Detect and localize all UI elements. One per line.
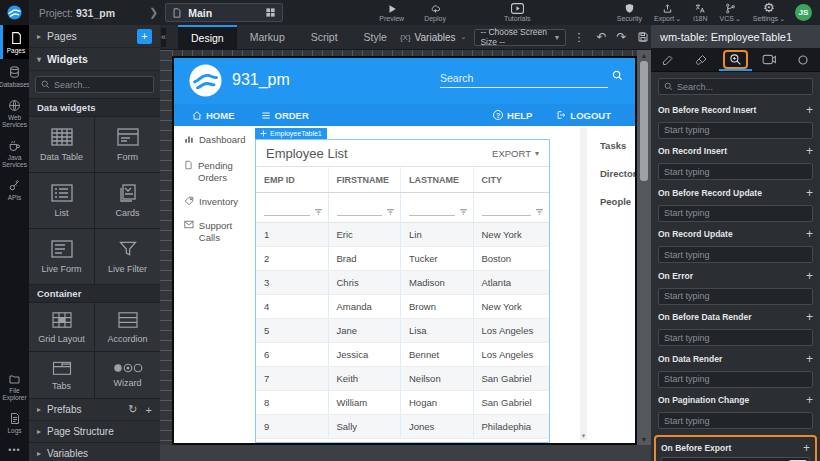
i18n-button[interactable]: i18N bbox=[693, 3, 707, 22]
table-row[interactable]: 8WilliamHoganSan Gabriel bbox=[256, 391, 549, 415]
tab-script[interactable]: Script bbox=[298, 25, 351, 50]
tab-properties[interactable] bbox=[651, 48, 685, 71]
scroll-down-icon[interactable]: ▼ bbox=[641, 434, 648, 445]
tab-styles[interactable] bbox=[685, 48, 719, 71]
pages-section-row[interactable]: ▸ Pages + bbox=[29, 25, 160, 48]
page-tab-main[interactable]: Main bbox=[165, 3, 283, 22]
tab-style[interactable]: Style bbox=[351, 25, 400, 50]
settings-button[interactable]: ⚙ Settings⌄ bbox=[753, 2, 785, 23]
rail-item-java-services[interactable]: Java Services bbox=[0, 133, 29, 173]
undo-button[interactable]: ↶ bbox=[596, 30, 606, 44]
add-handler-icon[interactable]: + bbox=[806, 105, 813, 115]
event-handler-input[interactable] bbox=[658, 205, 813, 222]
column-header[interactable]: EMP ID bbox=[256, 167, 328, 192]
nav-order[interactable]: ORDER bbox=[261, 110, 309, 121]
user-avatar[interactable]: JS bbox=[795, 4, 812, 21]
event-handler-input[interactable] bbox=[658, 163, 813, 180]
employee-table-widget[interactable]: Employee List EXPORT EMP ID FIRSTNAME LA… bbox=[255, 139, 550, 443]
add-handler-icon[interactable]: + bbox=[806, 395, 813, 405]
filter-input[interactable] bbox=[337, 204, 383, 216]
widget-tile-wizard[interactable]: Wizard bbox=[95, 352, 160, 398]
tab-design[interactable]: Design bbox=[178, 25, 237, 50]
table-row[interactable]: 5JaneLisaLos Angeles bbox=[256, 319, 549, 343]
sidebar-item-inventory[interactable]: Inventory bbox=[174, 184, 255, 208]
column-header[interactable]: LASTNAME bbox=[400, 167, 473, 192]
widget-tile-cards[interactable]: Cards bbox=[95, 173, 160, 228]
scrollbar-thumb[interactable] bbox=[640, 61, 648, 181]
app-search-field[interactable] bbox=[440, 68, 608, 88]
filter-icon[interactable] bbox=[386, 208, 395, 216]
widget-tile-live-form[interactable]: Live Form bbox=[29, 229, 94, 284]
add-page-button[interactable]: + bbox=[137, 29, 152, 44]
app-search-input[interactable] bbox=[440, 72, 608, 84]
add-handler-icon[interactable]: + bbox=[806, 188, 813, 198]
filter-icon[interactable] bbox=[314, 208, 323, 216]
scroll-down-icon[interactable]: ▼ bbox=[580, 433, 587, 439]
filter-icon[interactable] bbox=[535, 208, 544, 216]
tab-device[interactable] bbox=[752, 48, 786, 71]
nav-home[interactable]: HOME bbox=[192, 110, 235, 121]
deploy-button[interactable]: Deploy bbox=[424, 3, 446, 22]
column-header[interactable]: CITY bbox=[473, 167, 549, 192]
widget-tile-tabs[interactable]: Tabs bbox=[29, 352, 94, 398]
event-handler-input[interactable] bbox=[658, 246, 813, 263]
widget-tile-data-table[interactable]: Data Table bbox=[29, 117, 94, 172]
tab-events[interactable] bbox=[719, 48, 753, 71]
table-row[interactable]: 2BradTuckerBoston bbox=[256, 247, 549, 271]
rail-item-databases[interactable]: Databases bbox=[0, 59, 29, 93]
event-handler-input[interactable] bbox=[658, 122, 813, 139]
screen-size-select[interactable]: -- Choose Screen Size -- ▼ bbox=[474, 29, 566, 46]
event-handler-input[interactable] bbox=[658, 412, 813, 429]
refresh-icon[interactable]: ↻ bbox=[128, 403, 137, 416]
wavemaker-logo[interactable] bbox=[0, 0, 29, 25]
column-header[interactable]: FIRSTNAME bbox=[328, 167, 401, 192]
vcs-button[interactable]: VCS⌄ bbox=[720, 3, 741, 23]
add-handler-icon[interactable]: + bbox=[806, 229, 813, 239]
export-dropdown-button[interactable]: EXPORT bbox=[492, 148, 539, 159]
filter-input[interactable] bbox=[264, 204, 310, 216]
table-row[interactable]: 4AmandaBrownNew York bbox=[256, 295, 549, 319]
widget-tile-list[interactable]: List bbox=[29, 173, 94, 228]
save-button[interactable] bbox=[637, 31, 649, 43]
scroll-up-icon[interactable]: ▲ bbox=[641, 50, 648, 61]
page-structure-row[interactable]: ▸ Page Structure bbox=[29, 420, 160, 442]
widgets-section-row[interactable]: ▾ Widgets bbox=[29, 48, 160, 71]
variables-row[interactable]: ▸ Variables bbox=[29, 442, 160, 461]
widget-tile-accordion[interactable]: Accordion bbox=[95, 303, 160, 351]
app-logo[interactable] bbox=[188, 63, 223, 98]
prefabs-row[interactable]: ▸ Prefabs ↻ + bbox=[29, 398, 160, 420]
variables-button[interactable]: {X} Variables ⌄ bbox=[400, 32, 467, 43]
collapse-panel-button[interactable]: « bbox=[161, 28, 166, 47]
rail-item-apis[interactable]: APIs bbox=[0, 173, 29, 206]
tab-security[interactable] bbox=[786, 48, 820, 71]
rail-item-web-services[interactable]: Web Services bbox=[0, 93, 29, 133]
link-people[interactable]: People bbox=[600, 196, 635, 207]
properties-search-input[interactable] bbox=[677, 82, 807, 92]
table-row[interactable]: 7KeithNeilsonSan Gabriel bbox=[256, 367, 549, 391]
tutorials-button[interactable]: Tutorials bbox=[504, 3, 531, 22]
preview-button[interactable]: Preview bbox=[379, 4, 404, 22]
canvas-scrollbar[interactable]: ▲ ▼ bbox=[637, 50, 651, 445]
event-handler-input[interactable] bbox=[658, 329, 813, 346]
widget-tile-grid-layout[interactable]: Grid Layout bbox=[29, 303, 94, 351]
add-handler-icon[interactable]: + bbox=[803, 443, 810, 453]
add-handler-icon[interactable]: + bbox=[806, 312, 813, 322]
filter-icon[interactable] bbox=[459, 208, 468, 216]
add-handler-icon[interactable]: + bbox=[806, 271, 813, 281]
page-scrollbar[interactable]: ▼ bbox=[580, 128, 587, 440]
event-handler-input[interactable] bbox=[658, 288, 813, 305]
widget-selection-tag[interactable]: EmployeeTable1 bbox=[255, 128, 327, 139]
tab-markup[interactable]: Markup bbox=[237, 25, 298, 50]
event-handler-input[interactable] bbox=[658, 371, 813, 388]
rail-item-pages[interactable]: Pages bbox=[0, 25, 29, 59]
nav-help[interactable]: ? HELP bbox=[493, 110, 532, 121]
table-row[interactable]: 1EricLinNew York bbox=[256, 223, 549, 247]
widget-tile-live-filter[interactable]: Live Filter bbox=[95, 229, 160, 284]
add-handler-icon[interactable]: + bbox=[806, 146, 813, 156]
security-button[interactable]: Security bbox=[617, 3, 642, 22]
redo-button[interactable]: ↷ bbox=[616, 30, 626, 44]
sidebar-item-dashboard[interactable]: Dashboard bbox=[174, 126, 255, 146]
filter-input[interactable] bbox=[409, 204, 455, 216]
filter-input[interactable] bbox=[482, 204, 531, 216]
table-row[interactable]: 9SallyJonesPhiladephia bbox=[256, 415, 549, 439]
